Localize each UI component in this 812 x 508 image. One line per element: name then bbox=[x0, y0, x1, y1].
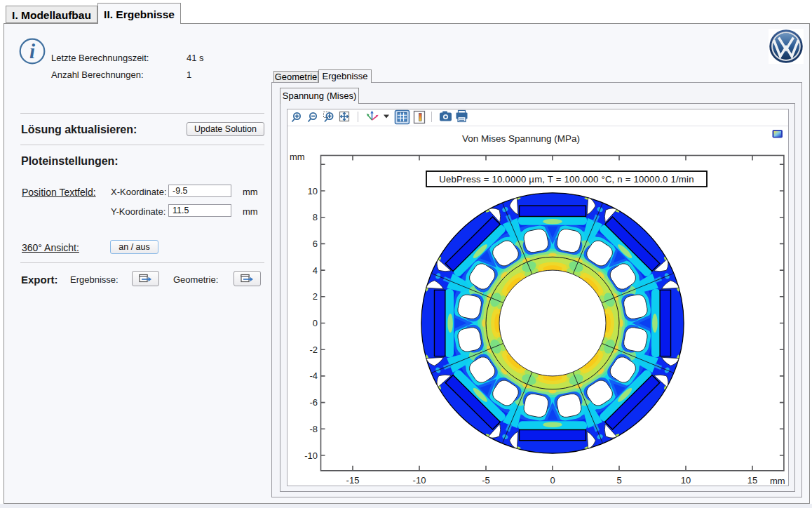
svg-text:UebPress = 10.0000 µm, T = 100: UebPress = 10.0000 µm, T = 100.000 °C, n… bbox=[439, 174, 693, 185]
svg-text:-10: -10 bbox=[413, 475, 426, 486]
svg-text:6: 6 bbox=[313, 239, 318, 249]
svg-text:-15: -15 bbox=[346, 475, 360, 486]
svg-text:0: 0 bbox=[550, 475, 555, 486]
svg-text:mm: mm bbox=[770, 476, 785, 486]
svg-text:2: 2 bbox=[313, 291, 318, 302]
svg-text:10: 10 bbox=[308, 186, 318, 196]
svg-text:-2: -2 bbox=[309, 345, 318, 355]
svg-text:-6: -6 bbox=[309, 397, 318, 408]
svg-text:i: i bbox=[29, 40, 35, 62]
svg-text:Von Mises Spannung (MPa): Von Mises Spannung (MPa) bbox=[462, 133, 580, 144]
svg-text:10: 10 bbox=[681, 475, 691, 486]
svg-text:-8: -8 bbox=[309, 424, 318, 434]
svg-text:mm: mm bbox=[290, 152, 305, 162]
svg-text:8: 8 bbox=[313, 212, 318, 222]
svg-text:0: 0 bbox=[313, 318, 318, 328]
svg-text:4: 4 bbox=[313, 265, 318, 276]
svg-text:-10: -10 bbox=[304, 450, 318, 461]
svg-text:-4: -4 bbox=[309, 370, 318, 381]
svg-text:15: 15 bbox=[747, 475, 757, 486]
svg-text:5: 5 bbox=[616, 475, 621, 486]
svg-text:-5: -5 bbox=[482, 475, 490, 486]
